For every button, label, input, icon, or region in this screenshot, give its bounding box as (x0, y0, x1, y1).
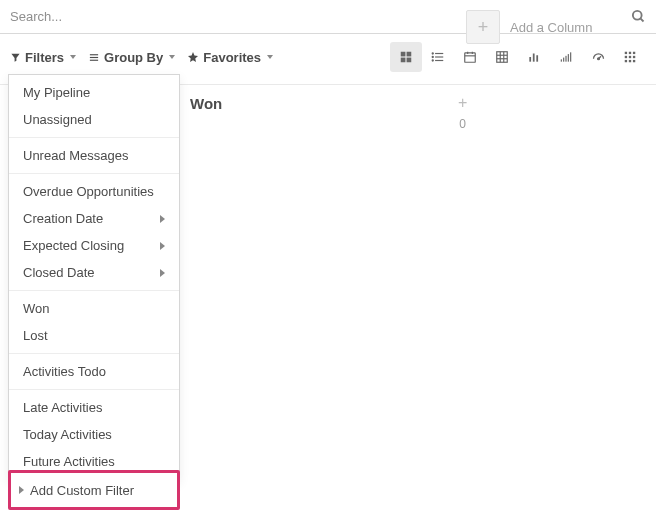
svg-rect-26 (536, 55, 538, 61)
svg-rect-42 (633, 60, 635, 62)
view-list-button[interactable] (422, 42, 454, 72)
view-cohort-button[interactable] (550, 42, 582, 72)
caret-down-icon (70, 55, 76, 59)
svg-rect-36 (633, 52, 635, 54)
filter-item-expected-closing[interactable]: Expected Closing (9, 232, 179, 259)
filters-button[interactable]: Filters (10, 50, 76, 65)
svg-rect-28 (563, 58, 564, 62)
svg-rect-41 (629, 60, 631, 62)
column-quick-add-button[interactable]: + (458, 95, 467, 111)
groupby-label: Group By (104, 50, 163, 65)
filter-icon (10, 52, 21, 63)
filter-item-won[interactable]: Won (9, 295, 179, 322)
filter-item-creation-date[interactable]: Creation Date (9, 205, 179, 232)
svg-rect-24 (529, 57, 531, 62)
svg-rect-27 (561, 59, 562, 61)
filter-item-overdue-opportunities[interactable]: Overdue Opportunities (9, 178, 179, 205)
svg-rect-7 (401, 58, 406, 63)
list-icon (88, 52, 100, 63)
favorites-label: Favorites (203, 50, 261, 65)
chevron-right-icon (19, 486, 24, 494)
search-icon[interactable] (631, 9, 646, 24)
svg-rect-40 (625, 60, 627, 62)
view-graph-bar-button[interactable] (518, 42, 550, 72)
svg-rect-38 (629, 56, 631, 58)
svg-rect-25 (533, 54, 535, 62)
add-custom-filter-highlight: Add Custom Filter (8, 470, 180, 510)
view-switcher (390, 42, 646, 72)
view-pivot-button[interactable] (486, 42, 518, 72)
svg-point-0 (633, 11, 642, 20)
svg-rect-39 (633, 56, 635, 58)
svg-point-33 (597, 57, 599, 59)
svg-rect-37 (625, 56, 627, 58)
view-kanban-button[interactable] (390, 42, 422, 72)
filter-item-activities-todo[interactable]: Activities Todo (9, 358, 179, 385)
filter-item-lost[interactable]: Lost (9, 322, 179, 349)
filters-label: Filters (25, 50, 64, 65)
svg-point-13 (432, 56, 433, 57)
svg-rect-8 (407, 58, 412, 63)
chevron-right-icon (160, 215, 165, 223)
filter-item-unread-messages[interactable]: Unread Messages (9, 142, 179, 169)
svg-point-12 (432, 53, 433, 54)
svg-point-14 (432, 60, 433, 61)
add-custom-filter-button[interactable]: Add Custom Filter (11, 473, 177, 507)
chevron-right-icon (160, 242, 165, 250)
view-calendar-button[interactable] (454, 42, 486, 72)
svg-line-1 (640, 18, 643, 21)
add-custom-filter-label: Add Custom Filter (30, 483, 134, 498)
add-column-button[interactable]: + (466, 10, 500, 44)
svg-rect-34 (625, 52, 627, 54)
svg-rect-30 (568, 54, 569, 62)
filter-item-unassigned[interactable]: Unassigned (9, 106, 179, 133)
column-title: Won (190, 95, 222, 112)
view-dashboard-button[interactable] (582, 42, 614, 72)
filter-item-today-activities[interactable]: Today Activities (9, 421, 179, 448)
svg-rect-31 (570, 52, 571, 61)
chevron-right-icon (160, 269, 165, 277)
svg-rect-19 (497, 52, 508, 63)
add-column-label[interactable]: Add a Column (510, 20, 592, 35)
star-icon (187, 51, 199, 63)
svg-rect-35 (629, 52, 631, 54)
caret-down-icon (267, 55, 273, 59)
filter-item-my-pipeline[interactable]: My Pipeline (9, 79, 179, 106)
favorites-button[interactable]: Favorites (187, 50, 273, 65)
caret-down-icon (169, 55, 175, 59)
kanban-column: Won + 0 (190, 95, 222, 112)
view-activity-button[interactable] (614, 42, 646, 72)
filter-item-late-activities[interactable]: Late Activities (9, 394, 179, 421)
column-count: 0 (459, 117, 466, 131)
groupby-button[interactable]: Group By (88, 50, 175, 65)
filter-item-closed-date[interactable]: Closed Date (9, 259, 179, 286)
svg-rect-5 (401, 52, 406, 57)
svg-rect-29 (565, 56, 566, 62)
svg-rect-15 (465, 53, 476, 62)
filters-dropdown: My Pipeline Unassigned Unread Messages O… (8, 74, 180, 480)
svg-rect-6 (407, 52, 412, 57)
